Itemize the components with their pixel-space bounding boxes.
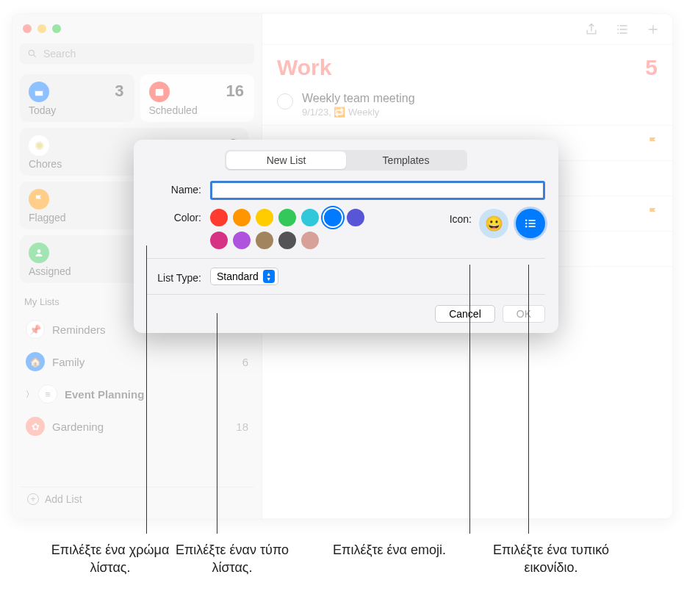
color-swatch[interactable] xyxy=(301,209,319,226)
disclosure-icon[interactable]: 〉 xyxy=(26,389,34,400)
card-count: 3 xyxy=(115,82,123,101)
dialog-tabs: New List Templates xyxy=(225,150,467,171)
plus-icon: + xyxy=(27,493,39,505)
reminder-checkbox[interactable] xyxy=(277,93,293,110)
svg-point-5 xyxy=(37,249,41,253)
color-picker xyxy=(210,209,372,249)
color-swatch[interactable] xyxy=(233,232,251,249)
page-title: Work xyxy=(277,55,331,80)
callout-icon: Επιλέξτε ένα τυπικό εικονίδιο. xyxy=(478,541,624,577)
svg-rect-4 xyxy=(155,89,163,96)
svg-point-0 xyxy=(29,50,34,55)
color-swatch[interactable] xyxy=(278,209,296,226)
list-label: Event Planning xyxy=(65,388,144,401)
color-swatch[interactable] xyxy=(210,232,228,249)
icon-label: Icon: xyxy=(428,209,472,225)
list-count: 18 xyxy=(236,420,248,433)
star-icon: ✺ xyxy=(29,135,49,156)
toolbar xyxy=(262,14,672,45)
list-type-value: Standard xyxy=(217,271,259,282)
card-count: 16 xyxy=(226,82,244,101)
folder-icon: ≡ xyxy=(38,384,57,404)
person-icon xyxy=(29,243,49,263)
color-swatch[interactable] xyxy=(278,232,296,249)
callout-line-type xyxy=(217,313,217,534)
svg-rect-3 xyxy=(35,89,43,91)
fullscreen-window-button[interactable] xyxy=(52,24,61,33)
color-label: Color: xyxy=(147,209,201,223)
name-label: Name: xyxy=(147,181,201,196)
list-count: 6 xyxy=(242,356,248,368)
search-icon xyxy=(27,49,37,59)
flag-icon xyxy=(647,207,659,218)
leaf-icon: ✿ xyxy=(26,417,45,436)
reminder-title: Weekly team meeting xyxy=(302,92,415,105)
callout-line-emoji xyxy=(469,265,470,534)
flag-icon xyxy=(647,136,659,148)
pin-icon: 📌 xyxy=(26,320,45,339)
reminder-item[interactable]: Weekly team meeting 9/1/23, 🔁 Weekly xyxy=(262,85,672,126)
svg-point-8 xyxy=(525,226,528,228)
sidebar-card-today[interactable]: Today 3 xyxy=(20,74,134,122)
add-reminder-icon[interactable] xyxy=(646,22,660,37)
close-window-button[interactable] xyxy=(23,24,32,33)
svg-point-6 xyxy=(525,220,528,222)
color-swatch[interactable] xyxy=(210,209,228,226)
list-type-label: List Type: xyxy=(147,269,201,284)
minimize-window-button[interactable] xyxy=(37,24,46,33)
sidebar-card-scheduled[interactable]: Scheduled 16 xyxy=(140,74,255,122)
calendar-icon xyxy=(149,82,170,102)
search-input[interactable]: Search xyxy=(20,43,254,64)
cancel-button[interactable]: Cancel xyxy=(435,305,495,323)
list-item-gardening[interactable]: ✿ Gardening 18 xyxy=(20,413,254,440)
list-label: Gardening xyxy=(52,420,104,433)
color-swatch[interactable] xyxy=(256,209,273,226)
callout-color: Επιλέξτε ένα χρώμα λίστας. xyxy=(44,541,176,577)
callout-emoji: Επιλέξτε ένα emoji. xyxy=(323,541,456,559)
select-arrows-icon: ▲▼ xyxy=(263,270,275,283)
list-label: Family xyxy=(52,356,84,368)
list-item-family[interactable]: 🏠 Family 6 xyxy=(20,348,254,375)
name-input[interactable] xyxy=(210,181,545,200)
callout-type: Επιλέξτε έναν τύπο λίστας. xyxy=(166,541,298,577)
home-icon: 🏠 xyxy=(26,352,45,371)
list-type-select[interactable]: Standard ▲▼ xyxy=(210,268,278,285)
color-swatch[interactable] xyxy=(233,209,251,226)
color-swatch[interactable] xyxy=(324,209,342,226)
add-list-button[interactable]: + Add List xyxy=(20,487,254,511)
callout-line-color xyxy=(146,246,147,534)
list-view-icon[interactable] xyxy=(615,22,630,37)
page-count: 5 xyxy=(645,55,658,80)
tab-new-list[interactable]: New List xyxy=(226,151,346,169)
search-placeholder: Search xyxy=(43,48,76,60)
svg-point-7 xyxy=(525,223,528,225)
reminder-meta: 9/1/23, 🔁 Weekly xyxy=(302,107,415,118)
calendar-today-icon xyxy=(29,82,49,102)
color-swatch[interactable] xyxy=(347,209,364,226)
emoji-icon-button[interactable]: 😀 xyxy=(479,209,508,238)
list-label: Reminders xyxy=(52,323,106,336)
standard-icon-button[interactable] xyxy=(516,209,545,238)
card-label: Today xyxy=(29,104,126,116)
ok-button[interactable]: OK xyxy=(503,305,545,323)
new-list-dialog: New List Templates Name: Color: Icon: 😀 … xyxy=(134,140,558,333)
color-swatch[interactable] xyxy=(301,232,319,249)
callout-line-icon xyxy=(528,265,529,534)
tab-templates[interactable]: Templates xyxy=(346,151,466,169)
flag-icon xyxy=(29,189,49,209)
add-list-label: Add List xyxy=(45,493,82,505)
list-item-event-planning[interactable]: 〉 ≡ Event Planning xyxy=(20,381,254,407)
card-label: Scheduled xyxy=(149,104,246,116)
share-icon[interactable] xyxy=(584,22,599,37)
color-swatch[interactable] xyxy=(256,232,273,249)
traffic-lights xyxy=(23,24,61,33)
svg-line-1 xyxy=(34,55,36,57)
